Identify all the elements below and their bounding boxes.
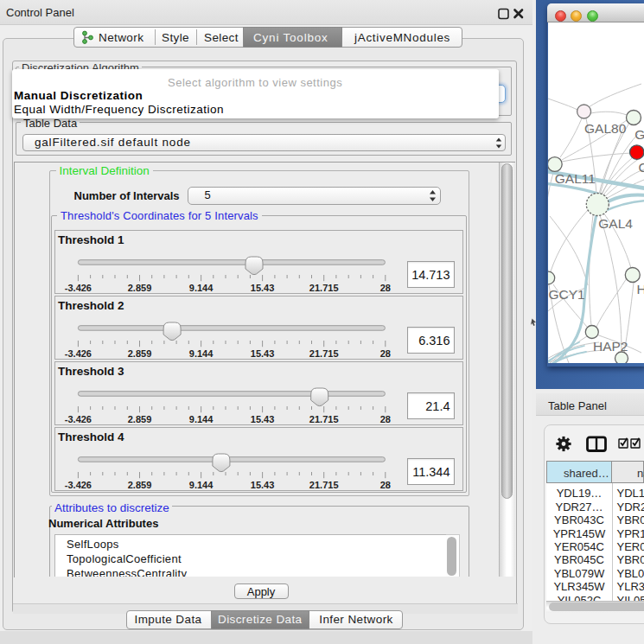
- svg-text:15.43: 15.43: [251, 282, 275, 292]
- svg-text:15.43: 15.43: [251, 348, 275, 358]
- svg-text:21.715: 21.715: [309, 282, 339, 292]
- svg-text:2.859: 2.859: [128, 413, 152, 424]
- svg-text:2.859: 2.859: [128, 479, 152, 489]
- svg-text:9.144: 9.144: [189, 282, 214, 292]
- svg-text:H: H: [637, 282, 644, 296]
- svg-text:2.859: 2.859: [128, 282, 152, 292]
- svg-text:GAL11: GAL11: [555, 171, 596, 186]
- svg-text:21.715: 21.715: [309, 479, 339, 489]
- svg-text:2.859: 2.859: [128, 348, 152, 358]
- svg-text:HAP2: HAP2: [593, 339, 628, 354]
- svg-text:28: 28: [380, 413, 391, 424]
- svg-text:9.144: 9.144: [189, 413, 214, 424]
- svg-text:28: 28: [380, 282, 391, 292]
- svg-text:GA: GA: [634, 127, 644, 142]
- svg-text:9.144: 9.144: [189, 479, 214, 489]
- svg-text:28: 28: [380, 479, 391, 489]
- svg-text:15.43: 15.43: [251, 413, 275, 424]
- svg-text:C: C: [639, 160, 644, 175]
- svg-text:9.144: 9.144: [189, 348, 214, 358]
- svg-text:21.715: 21.715: [309, 413, 339, 424]
- svg-text:-3.426: -3.426: [65, 413, 92, 424]
- svg-text:GCY1: GCY1: [549, 287, 585, 302]
- svg-text:15.43: 15.43: [251, 479, 275, 489]
- svg-text:-3.426: -3.426: [65, 479, 92, 489]
- svg-text:28: 28: [380, 348, 391, 358]
- svg-text:21.715: 21.715: [309, 348, 339, 358]
- svg-text:GAL4: GAL4: [598, 216, 633, 231]
- svg-text:-3.426: -3.426: [65, 282, 92, 292]
- svg-text:GAL80: GAL80: [584, 121, 627, 136]
- svg-text:-3.426: -3.426: [65, 348, 92, 358]
